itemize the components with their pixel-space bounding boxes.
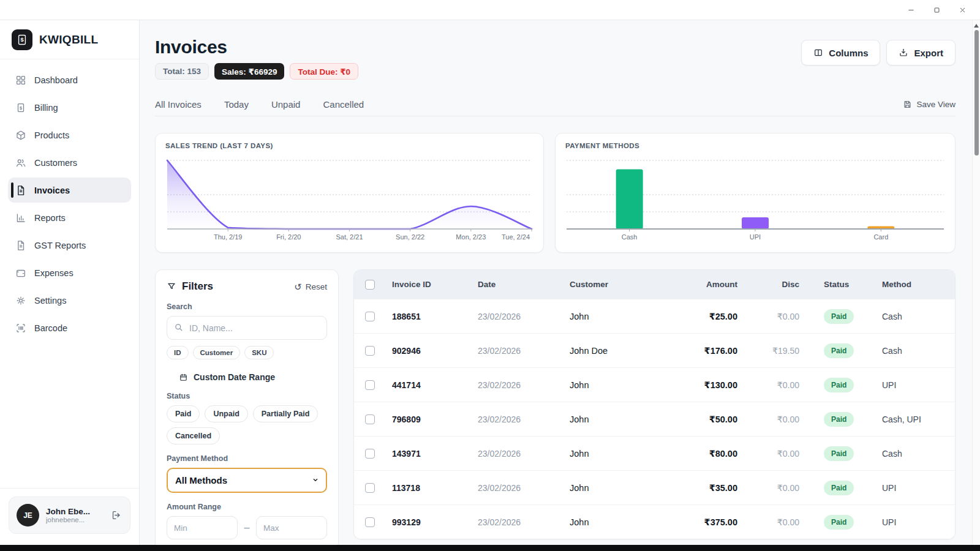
status-badge: Paid xyxy=(824,343,854,358)
payment-methods-title: PAYMENT METHODS xyxy=(565,142,945,149)
svg-text:$: $ xyxy=(20,105,22,110)
chip-sku[interactable]: SKU xyxy=(244,346,274,359)
sidebar-footer: JE John Ebe... johnebene... xyxy=(0,488,139,545)
table-row[interactable]: 113718 23/02/2026 John ₹35.00 ₹0.00 Paid… xyxy=(354,470,955,504)
table-row[interactable]: 902946 23/02/2026 John Doe ₹176.00 ₹19.5… xyxy=(354,333,955,367)
method-cell: Cash xyxy=(878,449,956,459)
scrollbar[interactable] xyxy=(972,20,980,545)
customer-cell: John xyxy=(560,449,676,459)
range-dash: – xyxy=(238,522,256,533)
sidebar-item-gst-reports[interactable]: GST Reports xyxy=(8,233,131,258)
disc-cell: ₹0.00 xyxy=(737,312,808,321)
barcode-icon xyxy=(15,323,26,334)
sidebar-item-customers[interactable]: Customers xyxy=(8,150,131,175)
sidebar-item-products[interactable]: Products xyxy=(8,122,131,148)
row-checkbox[interactable] xyxy=(365,346,375,356)
custom-date-range-button[interactable]: Custom Date Range xyxy=(167,372,327,382)
row-checkbox[interactable] xyxy=(365,312,375,321)
amount-max-input[interactable] xyxy=(256,516,327,539)
customer-cell: John xyxy=(560,414,676,424)
amount-cell: ₹35.00 xyxy=(676,483,737,493)
amount-range-label: Amount Range xyxy=(167,503,327,511)
status-badge: Paid xyxy=(824,378,854,392)
header-method[interactable]: Method xyxy=(878,280,956,289)
sidebar-item-settings[interactable]: Settings xyxy=(8,288,131,313)
sidebar-item-expenses[interactable]: Expenses xyxy=(8,260,131,285)
invoice-id-cell: 113718 xyxy=(382,483,469,493)
row-checkbox[interactable] xyxy=(365,483,375,493)
disc-cell: ₹0.00 xyxy=(737,449,808,459)
columns-button[interactable]: Columns xyxy=(801,40,880,66)
invoice-id-cell: 993129 xyxy=(382,517,469,527)
chip-id[interactable]: ID xyxy=(167,346,189,359)
header-status[interactable]: Status xyxy=(808,280,878,289)
close-button[interactable] xyxy=(949,1,975,19)
brand-name: KWIQBILL xyxy=(39,33,98,47)
total-due-badge: Total Due: ₹0 xyxy=(290,63,358,80)
filters-panel: Filters ↺ Reset Search ID Customer xyxy=(155,269,339,545)
tab-cancelled[interactable]: Cancelled xyxy=(323,99,364,110)
status-badge: Paid xyxy=(824,412,854,427)
sidebar-item-barcode[interactable]: Barcode xyxy=(8,315,131,340)
gear-icon xyxy=(15,295,26,306)
svg-text:Cash: Cash xyxy=(622,233,638,241)
tab-today[interactable]: Today xyxy=(224,99,249,110)
header-amount[interactable]: Amount xyxy=(676,280,737,289)
header-date[interactable]: Date xyxy=(469,280,560,289)
table-row[interactable]: 188651 23/02/2026 John ₹25.00 ₹0.00 Paid… xyxy=(354,299,955,333)
status-chip-unpaid[interactable]: Unpaid xyxy=(205,405,247,422)
amount-min-input[interactable] xyxy=(167,516,238,539)
status-chip-cancelled[interactable]: Cancelled xyxy=(167,427,220,444)
table-row[interactable]: 796809 23/02/2026 John ₹50.00 ₹0.00 Paid… xyxy=(354,402,955,436)
user-meta: John Ebe... johnebene... xyxy=(46,507,90,523)
row-checkbox[interactable] xyxy=(365,517,375,527)
user-card[interactable]: JE John Ebe... johnebene... xyxy=(9,497,130,534)
grid-icon xyxy=(15,75,26,86)
search-input[interactable] xyxy=(167,316,327,340)
minimize-icon xyxy=(907,6,916,15)
disc-cell: ₹0.00 xyxy=(737,483,808,493)
amount-cell: ₹130.00 xyxy=(676,380,737,390)
sidebar-item-invoices[interactable]: Invoices xyxy=(8,178,131,203)
svg-text:UPI: UPI xyxy=(750,233,761,241)
sidebar-item-reports[interactable]: Reports xyxy=(8,205,131,230)
sidebar: $ KWIQBILL Dashboard $ Billing xyxy=(0,20,140,545)
amount-cell: ₹50.00 xyxy=(676,414,737,424)
table-row[interactable]: 993129 23/02/2026 John ₹375.00 ₹0.00 Pai… xyxy=(354,504,955,539)
save-view-button[interactable]: Save View xyxy=(903,100,956,109)
method-cell: UPI xyxy=(878,483,956,493)
select-all-checkbox[interactable] xyxy=(365,280,375,290)
maximize-button[interactable] xyxy=(924,1,949,19)
disc-cell: ₹0.00 xyxy=(737,380,808,390)
invoice-id-cell: 143971 xyxy=(382,449,469,459)
minimize-button[interactable] xyxy=(898,1,924,19)
payment-method-select[interactable]: All Methods xyxy=(167,468,327,493)
sidebar-item-billing[interactable]: $ Billing xyxy=(8,95,131,120)
status-chip-partially-paid[interactable]: Partially Paid xyxy=(253,405,318,422)
export-button[interactable]: Export xyxy=(886,40,956,66)
header-disc[interactable]: Disc xyxy=(737,280,808,289)
brand: $ KWIQBILL xyxy=(0,20,139,59)
status-chip-paid[interactable]: Paid xyxy=(167,405,200,422)
scrollbar-thumb[interactable] xyxy=(974,30,979,156)
main-content: Invoices Total: 153 Sales: ₹66929 Total … xyxy=(140,20,980,545)
total-badge: Total: 153 xyxy=(155,63,209,80)
log-out-icon[interactable] xyxy=(111,509,123,521)
svg-text:Sat, 2/21: Sat, 2/21 xyxy=(336,233,363,241)
row-checkbox[interactable] xyxy=(365,449,375,459)
chip-customer[interactable]: Customer xyxy=(193,346,241,359)
tab-all-invoices[interactable]: All Invoices xyxy=(155,99,202,110)
tab-unpaid[interactable]: Unpaid xyxy=(271,99,301,110)
status-badge: Paid xyxy=(824,446,854,461)
row-checkbox[interactable] xyxy=(365,414,375,424)
sidebar-item-dashboard[interactable]: Dashboard xyxy=(8,67,131,92)
payment-methods-card: PAYMENT METHODS CashUPICard xyxy=(555,133,956,253)
table-row[interactable]: 441714 23/02/2026 John ₹130.00 ₹0.00 Pai… xyxy=(354,367,955,402)
scroll-up-arrow[interactable] xyxy=(974,24,979,28)
header-customer[interactable]: Customer xyxy=(560,280,676,289)
amount-cell: ₹25.00 xyxy=(676,312,737,321)
reset-filters-button[interactable]: ↺ Reset xyxy=(294,282,327,291)
header-invoice-id[interactable]: Invoice ID xyxy=(382,280,469,289)
row-checkbox[interactable] xyxy=(365,380,375,390)
table-row[interactable]: 143971 23/02/2026 John ₹80.00 ₹0.00 Paid… xyxy=(354,436,955,470)
